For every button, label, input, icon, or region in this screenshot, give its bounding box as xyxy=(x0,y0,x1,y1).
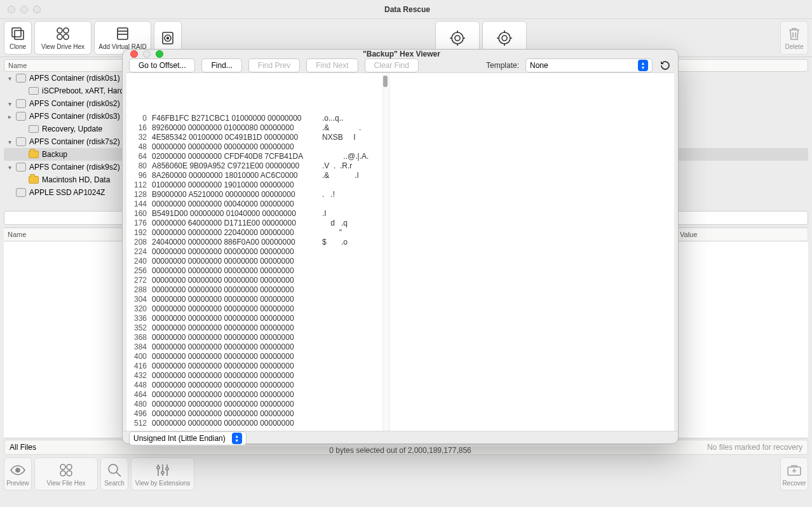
hex-row[interactable]: 324E585342 00100000 0C491B1D 00000000NXS… xyxy=(126,133,382,142)
target-icon xyxy=(496,30,513,46)
hex-row[interactable]: 80A856060E 9B09A952 C9721E00 00000000.V … xyxy=(126,161,382,171)
hex-row[interactable]: 4800000000 00000000 00000000 00000000 xyxy=(126,142,382,152)
find-prev-button[interactable]: Find Prev xyxy=(248,58,300,72)
svg-point-5 xyxy=(64,34,69,39)
recover-label: Recover xyxy=(782,480,806,487)
minimize-icon[interactable] xyxy=(143,50,151,58)
hex-row[interactable]: 33600000000 00000000 00000000 00000000 xyxy=(126,314,382,323)
tree-item-label: APFS Container (rdisk7s2) xyxy=(29,137,120,146)
disclosure-triangle[interactable]: ▾ xyxy=(6,164,13,171)
drive-icon xyxy=(114,25,131,42)
hex-row[interactable]: 40000000000 00000000 00000000 00000000 xyxy=(126,352,382,362)
tree-item-label: Macintosh HD, Data xyxy=(42,175,110,184)
goto-offset-button[interactable]: Go to Offset... xyxy=(129,58,195,72)
svg-point-17 xyxy=(60,464,65,470)
svg-point-21 xyxy=(109,464,118,473)
template-label: Template: xyxy=(486,61,519,70)
view-drive-hex-button[interactable]: View Drive Hex xyxy=(34,21,91,55)
clone-button[interactable]: Clone xyxy=(4,21,32,55)
hex-row[interactable]: 36800000000 00000000 00000000 00000000 xyxy=(126,333,382,342)
hex-row[interactable]: 24000000000 00000000 00000000 00000000 xyxy=(126,257,382,266)
filter-all-files[interactable]: All Files xyxy=(10,443,36,452)
scrollbar-track[interactable] xyxy=(382,73,388,431)
hex-row[interactable]: 41600000000 00000000 00000000 00000000 xyxy=(126,362,382,371)
svg-point-12 xyxy=(452,32,463,44)
hex-row[interactable]: 14400000000 00000000 00040000 00000000 xyxy=(126,199,382,209)
search-button[interactable]: Search xyxy=(100,457,128,490)
preview-button[interactable]: Preview xyxy=(4,457,32,490)
hex-row[interactable]: 1689260000 00000000 01000080 00000000.& … xyxy=(126,123,382,133)
view-by-extensions-button[interactable]: View by Extensions xyxy=(131,457,194,490)
reload-button[interactable] xyxy=(659,59,672,72)
main-titlebar: Data Rescue xyxy=(0,0,812,19)
svg-point-2 xyxy=(57,28,62,33)
hex-row[interactable]: 44800000000 00000000 00000000 00000000 xyxy=(126,381,382,390)
delete-button[interactable]: Delete xyxy=(780,21,808,55)
folder-icon xyxy=(29,151,39,158)
hex-row[interactable]: 160B5491D00 00000000 01040000 00000000.I xyxy=(126,209,382,219)
hex-row[interactable]: 0F46FB1FC B271CBC1 01000000 00000000.o..… xyxy=(126,114,382,123)
disclosure-triangle[interactable]: ▸ xyxy=(6,113,13,120)
target-disk-icon xyxy=(159,30,176,46)
disclosure-triangle[interactable]: ▾ xyxy=(6,75,13,82)
view-file-hex-button[interactable]: View File Hex xyxy=(34,457,98,490)
hex-row[interactable]: 25600000000 00000000 00000000 00000000 xyxy=(126,266,382,276)
hex-row[interactable]: 30400000000 00000000 00000000 00000000 xyxy=(126,295,382,304)
hex-row[interactable]: 51200000000 00000000 00000000 00000000 xyxy=(126,419,382,428)
clear-find-button[interactable]: Clear Find xyxy=(365,58,419,72)
hex-row[interactable]: 20824040000 00000000 886F0A00 00000000$ … xyxy=(126,238,382,247)
hex-row[interactable]: 38400000000 00000000 00000000 00000000 xyxy=(126,342,382,352)
hex-row[interactable]: 48000000000 00000000 00000000 00000000 xyxy=(126,400,382,409)
hex-icon xyxy=(55,25,71,42)
tree-item-label: APFS Container (rdisk0s3) xyxy=(29,112,120,121)
minimize-icon[interactable] xyxy=(20,6,28,13)
close-icon[interactable] xyxy=(8,6,15,13)
zoom-icon[interactable] xyxy=(33,6,41,13)
tree-item-label: Recovery, Update xyxy=(42,125,102,133)
disclosure-triangle[interactable]: ▾ xyxy=(6,100,13,107)
find-next-button[interactable]: Find Next xyxy=(306,58,358,72)
main-window-title: Data Rescue xyxy=(41,5,774,14)
hex-row[interactable]: 6402000000 00000000 CFDF40D8 7CFB41DA ..… xyxy=(126,152,382,161)
hex-row[interactable]: 19200000000 00000000 22040000 00000000 " xyxy=(126,228,382,238)
svg-point-27 xyxy=(161,471,164,474)
svg-rect-0 xyxy=(12,28,21,37)
hex-dump[interactable]: 0F46FB1FC B271CBC1 01000000 00000000.o..… xyxy=(126,73,389,431)
hex-row[interactable]: 32000000000 00000000 00000000 00000000 xyxy=(126,304,382,314)
hex-viewer-window: "Backup" Hex Viewer Go to Offset... Find… xyxy=(122,49,679,444)
scrollbar-thumb[interactable] xyxy=(383,76,388,87)
hex-row[interactable]: 43200000000 00000000 00000000 00000000 xyxy=(126,371,382,381)
hex-toolbar: Go to Offset... Find... Find Prev Find N… xyxy=(123,58,678,72)
hex-row[interactable]: 11201000000 00000000 19010000 00000000 xyxy=(126,180,382,190)
eye-icon xyxy=(10,462,26,478)
hex-row[interactable]: 22400000000 00000000 00000000 00000000 xyxy=(126,247,382,257)
chevron-up-down-icon: ▲▼ xyxy=(638,60,648,71)
bottom-toolbar: PreviewView File HexSearchView by Extens… xyxy=(0,455,812,493)
hex-window-title: "Backup" Hex Viewer xyxy=(163,50,640,58)
hex-selection-status: 0 bytes selected out of 2,000,189,177,85… xyxy=(123,445,678,455)
hex-row[interactable]: 49600000000 00000000 00000000 00000000 xyxy=(126,409,382,419)
hex-row[interactable]: 968A260000 00000000 18010000 AC6C0000.& … xyxy=(126,171,382,180)
close-icon[interactable] xyxy=(130,50,138,58)
hex-row[interactable]: 128B9000000 A5210000 00000000 00000000. … xyxy=(126,190,382,199)
hex-row[interactable]: 27200000000 00000000 00000000 00000000 xyxy=(126,276,382,285)
interpret-select[interactable]: Unsigned Int (Little Endian) ▲▼ xyxy=(129,431,247,445)
clone-icon xyxy=(10,25,26,42)
zoom-icon[interactable] xyxy=(156,50,163,58)
hex-row[interactable]: 46400000000 00000000 00000000 00000000 xyxy=(126,390,382,400)
disclosure-triangle[interactable]: ▾ xyxy=(6,139,13,145)
hex-row[interactable]: 17600000000 64000000 D1711E00 00000000 d… xyxy=(126,219,382,228)
svg-rect-1 xyxy=(15,30,24,39)
svg-point-19 xyxy=(60,471,65,476)
svg-point-20 xyxy=(67,471,72,476)
hex-row[interactable]: 35200000000 00000000 00000000 00000000 xyxy=(126,323,382,333)
drive-icon xyxy=(16,137,26,146)
hex-row[interactable]: 28800000000 00000000 00000000 00000000 xyxy=(126,285,382,295)
recover-button[interactable]: Recover xyxy=(780,457,808,490)
svg-point-16 xyxy=(16,468,20,472)
svg-point-14 xyxy=(499,32,510,44)
detail-col-value[interactable]: Value xyxy=(676,228,808,241)
template-select[interactable]: None ▲▼ xyxy=(525,58,653,72)
template-select-value: None xyxy=(530,61,548,70)
find-button[interactable]: Find... xyxy=(201,58,241,72)
